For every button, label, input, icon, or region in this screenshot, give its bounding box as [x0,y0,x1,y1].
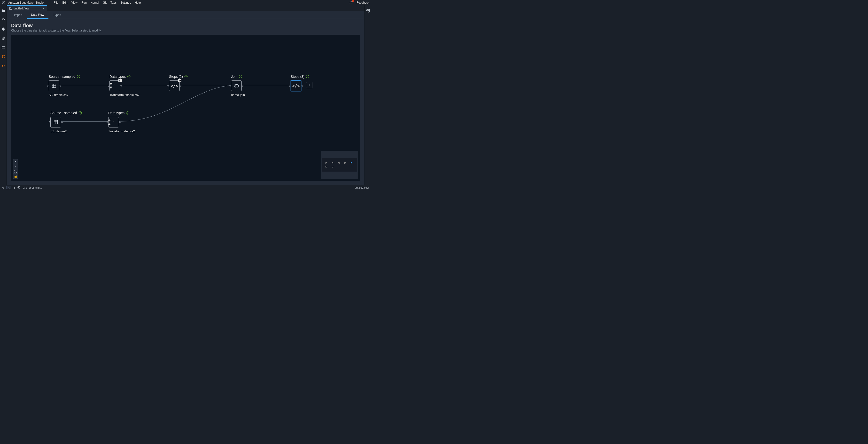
svg-point-22 [306,75,309,78]
resources-icon[interactable] [1,18,5,22]
menu-kernel[interactable]: Kernel [91,1,99,4]
zoom-lock-button[interactable]: 🔒 [13,174,18,179]
status-filename: untitled.flow [355,186,369,189]
page-title: Data flow [11,23,360,28]
svg-point-23 [79,112,82,114]
subtab-import[interactable]: Import [10,11,27,19]
svg-point-1 [3,2,4,3]
svg-point-27 [19,187,20,188]
port-out[interactable] [302,85,303,87]
zoom-controls: + − ⛶ 🔒 [13,159,18,179]
port-in[interactable] [289,85,290,87]
port-in[interactable] [108,85,109,87]
add-step-button[interactable]: + [306,82,312,88]
port-out[interactable] [242,85,243,87]
menu-run[interactable]: Run [82,1,87,4]
menu-view[interactable]: View [71,1,78,4]
port-out[interactable] [180,85,181,87]
node-title: Source - sampled [51,111,77,115]
notifications-icon[interactable]: 4 [349,1,352,5]
terminal-indicator[interactable]: $_ [6,186,11,189]
node-subtitle: Transform: demo-2 [108,129,135,133]
svg-point-5 [2,56,3,56]
svg-rect-14 [121,80,121,82]
menu-git[interactable]: Git [103,1,106,4]
menu-edit[interactable]: Edit [62,1,67,4]
left-sidebar [0,5,7,185]
spreadsheet-icon [53,119,58,125]
port-in[interactable] [47,85,49,87]
tab-close-button[interactable]: × [42,7,44,10]
folder-icon[interactable] [1,9,5,12]
node-subtitle: S3: demo-2 [51,129,82,133]
node-title: Steps (2) [169,75,183,79]
status-marker-zero: 0 [2,186,4,189]
port-out[interactable] [60,85,61,87]
check-icon [184,75,188,78]
svg-rect-10 [52,84,56,88]
svg-rect-12 [119,81,120,82]
port-in[interactable] [106,121,108,123]
code-icon: </> [170,83,179,88]
svg-rect-18 [180,80,181,82]
node-datatypes-2[interactable]: Data types # . # Transform: demo-2 [108,111,135,133]
right-sidebar [365,5,371,185]
git-icon[interactable] [1,27,5,31]
menu-file[interactable]: File [54,1,58,4]
port-out[interactable] [119,121,121,123]
extensions-icon[interactable] [1,36,5,40]
node-source-2[interactable]: Source - sampled S3: demo-2 [51,111,82,133]
node-subtitle: demo-join [231,93,245,97]
svg-rect-17 [180,80,180,82]
app-title: Amazon SageMaker Studio [8,1,43,4]
analysis-chart-icon[interactable] [118,79,122,82]
menu-settings[interactable]: Settings [120,1,131,4]
svg-point-28 [18,186,20,189]
app-logo-icon [2,1,5,4]
port-in[interactable] [229,85,231,87]
settings-small-icon[interactable] [18,186,20,189]
check-icon [126,111,129,115]
analysis-chart-icon[interactable] [178,79,181,82]
pipeline-2-icon[interactable] [1,64,5,68]
topbar: Amazon SageMaker Studio File Edit View R… [0,0,371,5]
notification-badge: 4 [352,0,354,2]
svg-point-7 [4,56,5,56]
subtab-export[interactable]: Export [49,11,66,19]
svg-point-8 [4,66,5,66]
zoom-in-button[interactable]: + [13,159,18,164]
terminal-count: 1 [13,186,15,189]
file-tab[interactable]: untitled.flow × [7,5,47,11]
feedback-button[interactable]: Feedback [356,1,369,4]
svg-point-6 [4,57,5,58]
svg-point-9 [77,75,80,78]
settings-gear-icon[interactable] [366,9,370,13]
minimap[interactable] [321,151,358,179]
node-datatypes-1[interactable]: Data types # . # Transform: titanic.csv [110,75,139,97]
menu-tabs[interactable]: Tabs [111,1,117,4]
git-status: Git: refreshing... [23,186,42,189]
node-join[interactable]: Join demo-join [231,75,245,97]
port-in[interactable] [167,85,169,87]
svg-rect-13 [120,80,120,82]
node-source-1[interactable]: Source - sampled S3: titanic.csv [49,75,80,97]
port-out[interactable] [120,85,122,87]
port-out[interactable] [61,121,63,123]
check-icon [127,75,130,78]
menu-help[interactable]: Help [135,1,141,4]
node-title: Source - sampled [49,75,75,79]
flow-canvas[interactable]: Source - sampled S3: titanic.csv Data ty… [11,35,360,181]
zoom-fit-button[interactable]: ⛶ [13,169,18,174]
tabs-icon[interactable] [1,46,5,50]
status-bar: 0 $_ 1 Git: refreshing... untitled.flow [0,185,371,190]
page-subtitle: Choose the plus sign to add a step to th… [11,29,360,32]
port-in[interactable] [49,121,50,123]
svg-point-19 [239,75,242,78]
node-subtitle: Transform: titanic.csv [110,93,139,97]
zoom-out-button[interactable]: − [13,164,18,169]
subtab-dataflow[interactable]: Data Flow [27,11,49,19]
main-menu: File Edit View Run Kernel Git Tabs Setti… [54,1,141,4]
pipeline-1-icon[interactable] [1,55,5,59]
node-subtitle: S3: titanic.csv [49,93,80,97]
node-steps-2[interactable]: Steps (2) </> [169,75,188,91]
